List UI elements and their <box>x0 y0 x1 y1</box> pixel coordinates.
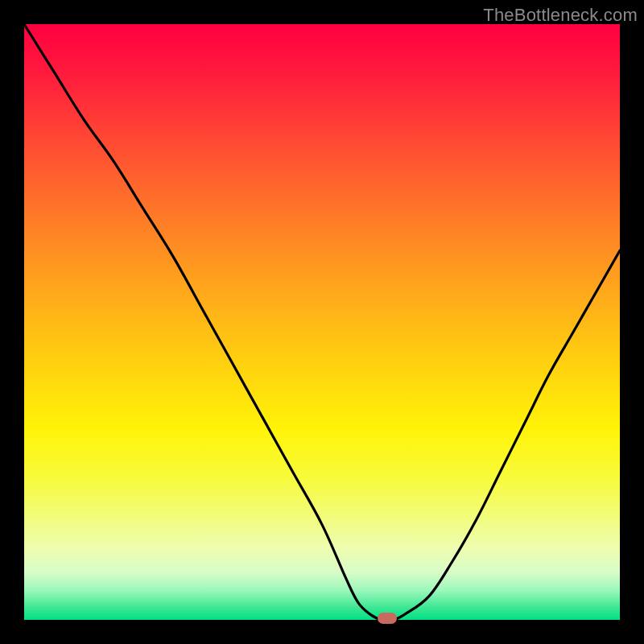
watermark-text: TheBottleneck.com <box>483 5 638 26</box>
bottleneck-marker <box>378 613 397 624</box>
plot-area <box>24 24 620 620</box>
chart-frame: TheBottleneck.com <box>0 0 644 644</box>
bottleneck-curve <box>24 24 620 620</box>
